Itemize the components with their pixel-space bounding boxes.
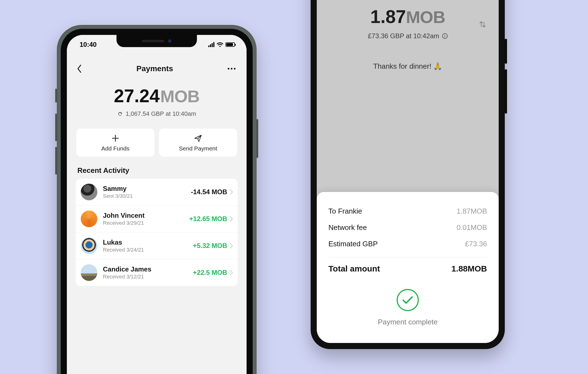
app-content: Payments 27.24MOB 1,067.54 GBP at 10:40a… [70,57,243,286]
send-payment-button[interactable]: Send Payment [159,129,237,157]
paper-plane-icon [194,134,202,142]
wifi-icon [217,42,223,47]
total-value: 1.88MOB [452,264,487,273]
status-icons [208,42,235,47]
avatar [81,237,97,254]
total-key: Total amount [328,264,380,273]
payment-summary-sheet: To Frankie 1.87MOB Network fee 0.01MOB E… [317,192,499,343]
activity-name: Lukas [103,239,193,246]
activity-row[interactable]: Lukas Received 3/24/21 +5.32 MOB [76,232,238,259]
page-title: Payments [136,64,173,73]
activity-sub: Received 3/24/21 [103,247,193,253]
check-circle-icon [397,289,419,311]
phone-right-frame: 1.87MOB £73.36 GBP at 10:42am i Thanks f… [311,0,505,349]
balance-amount: 27.24 [114,86,160,106]
phone-side-button-1 [505,39,507,64]
summary-total-row: Total amount 1.88MOB [328,260,487,277]
phone-left-frame: 10:40 Payments 27.24MOB 1,06 [57,25,257,374]
action-row: Add Funds Send Payment [70,120,243,166]
activity-list: Sammy Sent 3/30/21 -14.54 MOB John Vince… [76,179,238,286]
app-header: Payments [70,57,243,78]
activity-sub: Received 3/12/21 [103,274,193,280]
add-funds-button[interactable]: Add Funds [76,129,154,157]
checkmark-icon [402,296,413,304]
balance-subline: 1,067.54 GBP at 10:40am [70,110,243,117]
phone-volume-down [55,147,57,175]
more-button[interactable] [228,68,235,70]
balance-currency: MOB [160,87,200,106]
activity-row-main: John Vincent Received 3/29/21 [103,212,189,226]
summary-key: To Frankie [328,207,362,216]
payment-complete-text: Payment complete [328,318,487,326]
phone-right-screen: 1.87MOB £73.36 GBP at 10:42am i Thanks f… [317,0,499,343]
plus-icon [111,134,120,142]
summary-value: £73.36 [465,240,487,248]
activity-row-main: Candice James Received 3/12/21 [103,265,193,280]
activity-sub: Sent 3/30/21 [103,193,191,199]
activity-sub: Received 3/29/21 [103,220,189,226]
back-button[interactable] [77,65,82,73]
activity-amount: -14.54 MOB [191,188,227,196]
refresh-icon[interactable] [117,111,123,117]
status-time: 10:40 [80,41,97,48]
phone-volume-up [55,114,57,141]
activity-name: Sammy [103,185,191,193]
phone-notch [116,35,197,47]
summary-row: Network fee 0.01MOB [328,219,487,236]
front-camera [168,39,171,43]
activity-row[interactable]: Candice James Received 3/12/21 +22.5 MOB [76,259,238,286]
summary-key: Estimated GBP [328,240,378,248]
speaker-grille [142,40,164,42]
phone-silent-switch [55,89,57,103]
activity-amount: +12.65 MOB [189,215,227,223]
activity-row-main: Lukas Received 3/24/21 [103,239,193,253]
send-payment-label: Send Payment [179,145,217,152]
phone-side-button-2 [505,69,507,114]
activity-name: Candice James [103,265,193,273]
avatar [81,211,97,227]
summary-row: Estimated GBP £73.36 [328,236,487,252]
summary-key: Network fee [328,223,367,232]
activity-name: John Vincent [103,212,189,219]
avatar [81,264,97,281]
divider [328,257,487,257]
avatar [81,184,97,200]
cellular-icon [208,42,214,47]
recent-activity-heading: Recent Activity [70,166,243,179]
phone-left-screen: 10:40 Payments 27.24MOB 1,06 [67,35,247,374]
phone-left-bezel: 10:40 Payments 27.24MOB 1,06 [61,29,253,374]
success-indicator [328,289,487,311]
phone-power-button [257,119,258,158]
chevron-right-icon [229,270,233,276]
chevron-right-icon [229,216,233,222]
balance-block: 27.24MOB 1,067.54 GBP at 10:40am [70,78,243,120]
chevron-right-icon [229,189,233,195]
summary-value: 1.87MOB [457,207,487,216]
summary-value: 0.01MOB [457,223,487,232]
activity-amount: +5.32 MOB [193,242,227,250]
chevron-right-icon [229,243,233,249]
balance-sub-text: 1,067.54 GBP at 10:40am [126,110,196,117]
summary-row: To Frankie 1.87MOB [328,203,487,219]
activity-amount: +22.5 MOB [193,269,227,276]
activity-row[interactable]: Sammy Sent 3/30/21 -14.54 MOB [76,179,238,206]
activity-row[interactable]: John Vincent Received 3/29/21 +12.65 MOB [76,206,238,232]
activity-row-main: Sammy Sent 3/30/21 [103,185,191,199]
battery-icon [225,42,235,47]
add-funds-label: Add Funds [101,145,130,152]
